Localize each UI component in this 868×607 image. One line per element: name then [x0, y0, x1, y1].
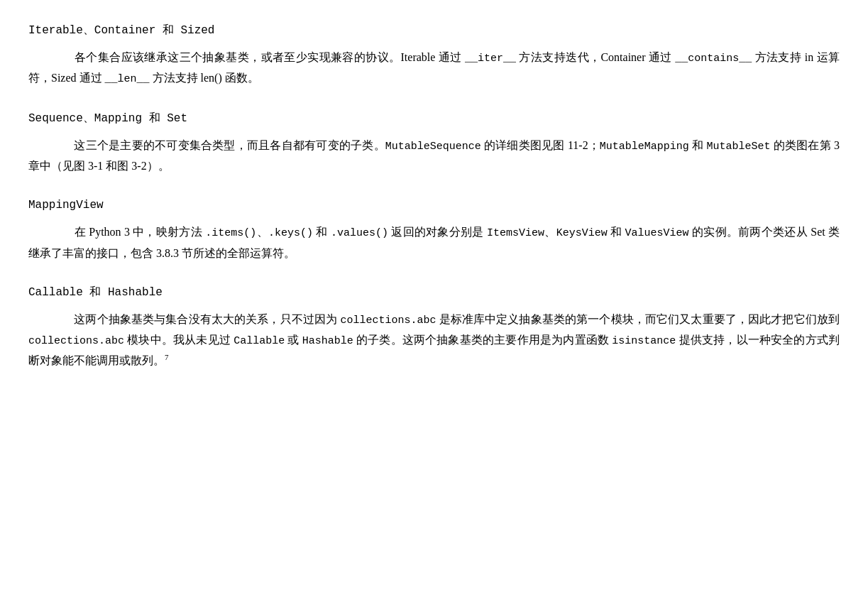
text-span: 是标准库中定义抽象基类的第一个模块，而它们又太重要了，因此才把它们放到	[436, 313, 840, 325]
mono-code: MutableMapping	[600, 141, 689, 153]
text-span: 或	[285, 334, 302, 346]
text-span: 、	[256, 226, 268, 238]
para-callable-1: 这两个抽象基类与集合没有太大的关系，只不过因为 collections.abc …	[28, 310, 840, 371]
document-container: Iterable、Container 和 Sized 各个集合应该继承这三个抽象…	[28, 21, 840, 371]
para-iterable-1-p: 各个集合应该继承这三个抽象基类，或者至少实现兼容的协议。Iterable 通过 …	[28, 48, 840, 89]
text-span: 和	[313, 226, 331, 238]
mono-code: collections.abc	[340, 315, 436, 327]
para-callable-1-p: 这两个抽象基类与集合没有太大的关系，只不过因为 collections.abc …	[28, 310, 840, 371]
mono-code: isinstance	[612, 335, 676, 347]
text-span: 和	[608, 226, 625, 238]
mono-code: .values()	[331, 227, 388, 239]
section-mappingview: MappingView 在 Python 3 中，映射方法 .items()、.…	[28, 196, 840, 263]
text-span: 方法支持迭代，Container 通过	[516, 51, 675, 63]
para-iterable-1: 各个集合应该继承这三个抽象基类，或者至少实现兼容的协议。Iterable 通过 …	[28, 48, 840, 89]
text-span: 各个集合应该继承这三个抽象基类，或者至少实现兼容的协议。Iterable 通过	[51, 51, 465, 63]
mono-code: KeysView	[556, 227, 608, 239]
text-span: 返回的对象分别是	[388, 226, 487, 238]
section-sequence: Sequence、Mapping 和 Set 这三个是主要的不可变集合类型，而且…	[28, 109, 840, 176]
section-callable: Callable 和 Hashable 这两个抽象基类与集合没有太大的关系，只不…	[28, 283, 840, 371]
mono-code: __len__	[105, 73, 150, 85]
section-mappingview-title: MappingView	[28, 196, 840, 215]
text-span: 的子类。这两个抽象基类的主要作用是为内置函数	[353, 334, 612, 346]
text-span: 这三个是主要的不可变集合类型，而且各自都有可变的子类。	[51, 139, 385, 151]
mono-code: ValuesView	[625, 227, 689, 239]
mono-code: ItemsView	[487, 227, 544, 239]
text-span: 方法支持 len() 函数。	[150, 72, 259, 84]
para-mappingview-1-p: 在 Python 3 中，映射方法 .items()、.keys() 和 .va…	[28, 222, 840, 263]
mono-code: collections.abc	[28, 335, 124, 347]
mono-code: __contains__	[675, 53, 752, 65]
mono-code: MutableSequence	[385, 141, 481, 153]
section-callable-title: Callable 和 Hashable	[28, 283, 840, 302]
text-span: 和	[689, 139, 707, 151]
mono-code: Callable	[234, 335, 285, 347]
para-sequence-1: 这三个是主要的不可变集合类型，而且各自都有可变的子类。MutableSequen…	[28, 136, 840, 176]
mono-code: .items()	[205, 227, 256, 239]
footnote-ref: 7	[165, 353, 169, 361]
section-iterable-title: Iterable、Container 和 Sized	[28, 21, 840, 40]
mono-code: Hashable	[302, 335, 353, 347]
mono-code: MutableSet	[706, 141, 770, 153]
mono-code: __iter__	[465, 53, 516, 65]
text-span: 模块中。我从未见过	[124, 334, 234, 346]
mono-code: .keys()	[268, 227, 313, 239]
text-span: 在 Python 3 中，映射方法	[51, 226, 205, 238]
section-sequence-title: Sequence、Mapping 和 Set	[28, 109, 840, 128]
text-span: 这两个抽象基类与集合没有太大的关系，只不过因为	[51, 313, 340, 325]
text-span: 、	[544, 226, 556, 238]
para-sequence-1-p: 这三个是主要的不可变集合类型，而且各自都有可变的子类。MutableSequen…	[28, 136, 840, 176]
para-mappingview-1: 在 Python 3 中，映射方法 .items()、.keys() 和 .va…	[28, 222, 840, 263]
section-iterable: Iterable、Container 和 Sized 各个集合应该继承这三个抽象…	[28, 21, 840, 89]
text-span: 的详细类图见图 11-2；	[481, 139, 600, 151]
